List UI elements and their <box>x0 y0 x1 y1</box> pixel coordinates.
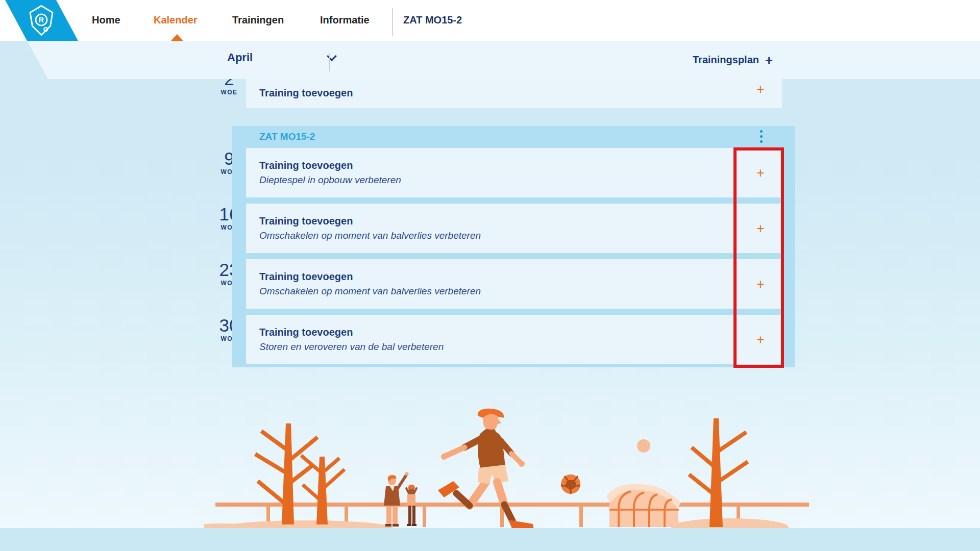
toolbar-divider <box>329 53 330 71</box>
training-row-30[interactable]: Training toevoegen Storen en veroveren v… <box>246 315 782 364</box>
waving-adult <box>384 472 409 527</box>
nav-item-informatie[interactable]: Informatie <box>320 13 370 27</box>
row-subtitle: Storen en veroveren van de bal verbetere… <box>259 341 444 353</box>
active-tab-triangle-icon <box>171 34 183 41</box>
training-row-16[interactable]: Training toevoegen Omschakelen op moment… <box>246 204 782 253</box>
row-title: Training toevoegen <box>259 326 353 338</box>
bare-tree-small-icon <box>301 456 345 524</box>
team-group-zat-mo15-2: ZAT MO15-2 Training toevoegen Dieptespel… <box>232 126 795 367</box>
footer-band <box>0 528 980 551</box>
month-label: April <box>227 50 253 65</box>
plus-icon: + <box>765 55 773 65</box>
footer-illustration <box>204 406 817 531</box>
stadium-stand <box>606 484 681 527</box>
trainingsplan-label: Trainingsplan <box>693 54 759 66</box>
highlight-rectangle-annotation <box>733 147 784 368</box>
row-subtitle: Omschakelen op moment van balverlies ver… <box>259 286 481 297</box>
nav-item-team[interactable]: ZAT MO15-2 <box>403 13 462 27</box>
soccer-ball-icon <box>561 474 580 494</box>
nav-item-home[interactable]: Home <box>92 13 120 27</box>
rinus-logo[interactable]: R <box>0 0 102 41</box>
row-subtitle: Dieptespel in opbouw verbeteren <box>259 174 401 186</box>
date-day: WOE <box>212 89 246 96</box>
sun-dot-icon <box>637 439 650 453</box>
row-title: Training toevoegen <box>259 87 353 99</box>
row-subtitle: Omschakelen op moment van balverlies ver… <box>259 230 481 241</box>
training-row-23[interactable]: Training toevoegen Omschakelen op moment… <box>246 259 782 309</box>
sub-header-band <box>0 41 980 79</box>
bare-tree-large-icon <box>255 423 317 524</box>
nav-item-kalender[interactable]: Kalender <box>154 13 198 27</box>
month-selector[interactable]: April <box>227 50 335 65</box>
top-navbar: R Home Kalender Trainingen Informatie ZA… <box>0 0 980 41</box>
kebab-menu-icon[interactable] <box>757 129 766 145</box>
child-with-beanie <box>406 483 416 527</box>
add-training-icon[interactable]: + <box>753 82 768 97</box>
nav-item-trainingen[interactable]: Trainingen <box>232 13 284 27</box>
trainingsplan-button[interactable]: Trainingsplan + <box>693 54 773 66</box>
row-title: Training toevoegen <box>259 270 353 283</box>
rinus-diamond-icon: R <box>24 4 58 37</box>
svg-text:R: R <box>39 16 44 24</box>
nav-divider <box>392 8 393 36</box>
running-soccer-player <box>438 409 534 530</box>
training-row-9[interactable]: Training toevoegen Dieptespel in opbouw … <box>246 148 782 197</box>
row-title: Training toevoegen <box>259 159 353 171</box>
row-title: Training toevoegen <box>259 215 353 227</box>
group-name: ZAT MO15-2 <box>259 131 315 143</box>
app-screen: 2 WOE Training toevoegen + 9 WOE 16 WOE … <box>0 0 980 551</box>
